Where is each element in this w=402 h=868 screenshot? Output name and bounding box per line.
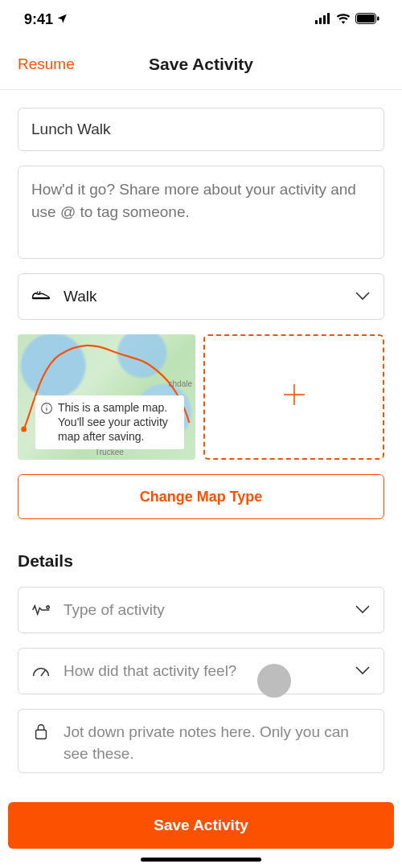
lock-icon bbox=[31, 722, 51, 741]
activity-wave-icon bbox=[31, 600, 51, 620]
svg-rect-0 bbox=[315, 20, 318, 24]
location-arrow-icon bbox=[56, 11, 68, 28]
add-photo-button[interactable] bbox=[203, 334, 384, 460]
bottom-bar: Save Activity bbox=[0, 792, 402, 868]
activity-type-label: Walk bbox=[64, 288, 342, 305]
type-of-activity-placeholder: Type of activity bbox=[64, 600, 342, 621]
home-indicator[interactable] bbox=[141, 858, 261, 862]
status-time-group: 9:41 bbox=[24, 11, 68, 28]
chevron-down-icon bbox=[355, 289, 371, 304]
svg-rect-3 bbox=[327, 13, 330, 24]
svg-line-14 bbox=[41, 670, 45, 676]
page-title: Save Activity bbox=[149, 55, 253, 74]
status-indicators bbox=[315, 11, 379, 28]
type-of-activity-row[interactable]: Type of activity bbox=[18, 587, 384, 633]
info-icon bbox=[40, 402, 53, 418]
gauge-icon bbox=[31, 661, 51, 681]
activity-type-selector[interactable]: Walk bbox=[18, 273, 384, 320]
svg-point-7 bbox=[21, 427, 27, 432]
details-heading: Details bbox=[18, 551, 384, 571]
wifi-icon bbox=[336, 11, 351, 28]
svg-point-10 bbox=[46, 405, 47, 406]
map-place-label: chdale bbox=[169, 379, 192, 388]
media-row: chdale Truckee This is a sample map. You… bbox=[18, 334, 384, 460]
plus-icon bbox=[282, 382, 306, 413]
cellular-icon bbox=[315, 11, 331, 28]
svg-rect-1 bbox=[319, 18, 322, 24]
change-map-type-button[interactable]: Change Map Type bbox=[18, 474, 384, 519]
chevron-down-icon bbox=[355, 664, 371, 678]
private-notes-placeholder: Jot down private notes here. Only you ca… bbox=[64, 722, 371, 764]
svg-point-13 bbox=[47, 606, 49, 608]
svg-rect-5 bbox=[357, 14, 375, 23]
touch-indicator bbox=[257, 664, 291, 698]
content: Walk chdale Truckee This is a bbox=[0, 90, 402, 773]
save-activity-button[interactable]: Save Activity bbox=[8, 802, 394, 849]
private-notes-row[interactable]: Jot down private notes here. Only you ca… bbox=[18, 709, 384, 773]
activity-description-input[interactable] bbox=[18, 166, 384, 259]
status-bar: 9:41 bbox=[0, 0, 402, 39]
chevron-down-icon bbox=[355, 603, 371, 617]
battery-icon bbox=[355, 11, 379, 28]
resume-button[interactable]: Resume bbox=[18, 55, 75, 73]
nav-bar: Resume Save Activity bbox=[0, 39, 402, 90]
status-time: 9:41 bbox=[24, 11, 53, 28]
map-place-label: Truckee bbox=[95, 448, 124, 457]
map-tooltip-text: This is a sample map. You'll see your ac… bbox=[58, 400, 178, 444]
svg-rect-2 bbox=[323, 15, 326, 24]
map-preview[interactable]: chdale Truckee This is a sample map. You… bbox=[18, 334, 195, 460]
svg-rect-6 bbox=[377, 16, 379, 20]
activity-title-input[interactable] bbox=[18, 108, 384, 151]
map-tooltip: This is a sample map. You'll see your ac… bbox=[35, 395, 184, 449]
perceived-effort-placeholder: How did that activity feel? bbox=[64, 661, 342, 682]
svg-rect-15 bbox=[36, 730, 47, 739]
perceived-effort-row[interactable]: How did that activity feel? bbox=[18, 648, 384, 694]
shoe-icon bbox=[31, 287, 51, 306]
